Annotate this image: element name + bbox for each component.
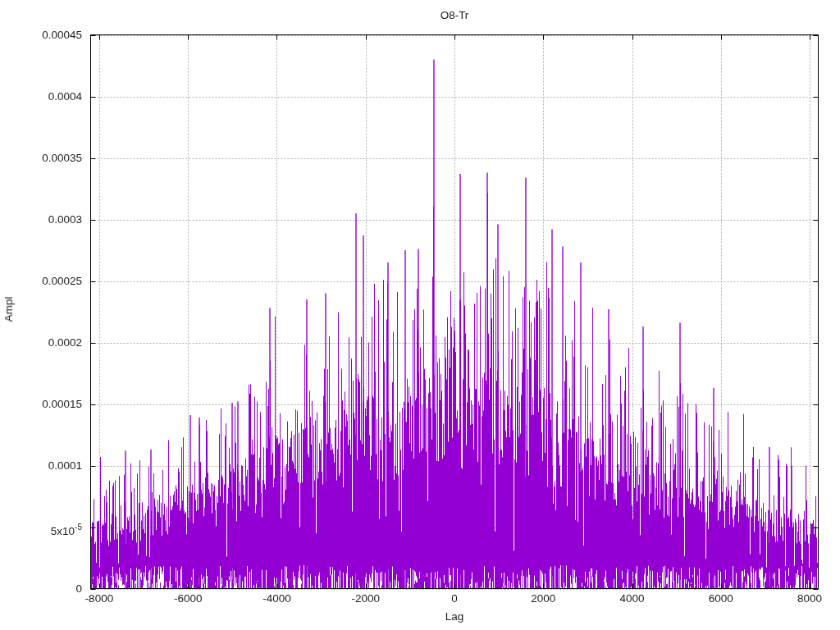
x-tick-label: 8000 xyxy=(773,592,840,605)
x-axis-label: Lag xyxy=(445,610,464,623)
y-tick-text: 0.0004 xyxy=(48,90,82,103)
plot-canvas xyxy=(0,0,840,630)
y-tick-text: 0.00035 xyxy=(42,152,82,164)
y-tick-text: 0.0002 xyxy=(48,336,82,349)
y-tick-text: 5x10 xyxy=(51,524,75,536)
y-tick-label: 0.00035 xyxy=(0,151,82,165)
y-tick-label: 0.00025 xyxy=(0,274,82,288)
x-tick-label: 2000 xyxy=(506,592,580,605)
x-tick-label: -6000 xyxy=(151,592,225,605)
y-tick-text: 0.00015 xyxy=(42,398,82,410)
y-tick-label: 0.0002 xyxy=(0,336,82,349)
y-tick-exponent: -5 xyxy=(75,523,82,532)
y-tick-label: 0.0003 xyxy=(0,212,82,226)
y-tick-label: 0.00045 xyxy=(0,28,82,42)
y-tick-label: 5x10-5 xyxy=(0,520,82,538)
x-tick-label: 4000 xyxy=(596,592,669,605)
y-tick-text: 0.0003 xyxy=(48,213,82,226)
y-tick-text: 0.00025 xyxy=(42,275,82,287)
x-tick-label: 0 xyxy=(418,592,491,605)
y-tick-text: 0.0001 xyxy=(48,459,82,472)
y-axis-label: Ampl xyxy=(2,297,16,322)
x-tick-label: -2000 xyxy=(329,592,403,605)
y-tick-label: 0.00015 xyxy=(0,397,82,411)
y-tick-label: 0.0004 xyxy=(0,89,82,103)
y-tick-text: 0.00045 xyxy=(42,29,82,41)
gnuplot-window: O8-Tr Ampl Lag 05x10-50.00010.000150.000… xyxy=(0,0,840,630)
chart-title: O8-Tr xyxy=(441,9,469,22)
x-tick-label: 6000 xyxy=(684,592,758,605)
x-tick-label: -4000 xyxy=(240,592,313,605)
y-tick-label: 0.0001 xyxy=(0,459,82,472)
x-tick-label: -8000 xyxy=(62,592,136,605)
